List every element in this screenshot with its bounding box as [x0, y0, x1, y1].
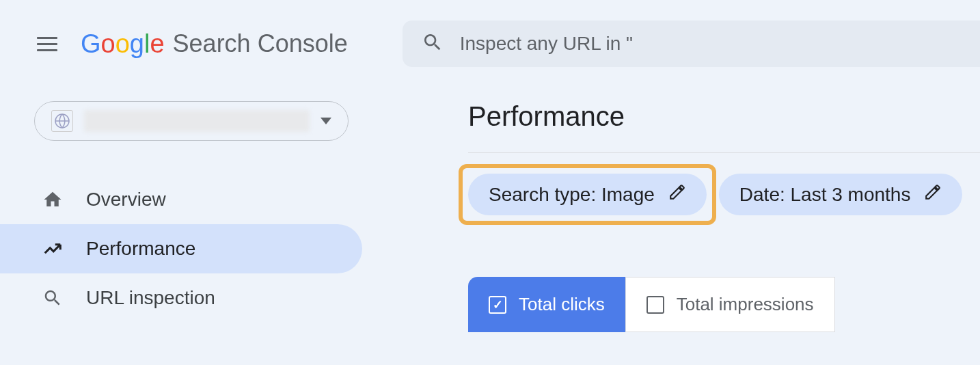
search-icon [42, 288, 63, 308]
checkbox-checked-icon: ✓ [489, 296, 506, 314]
sidebar: Overview Performance URL inspection [0, 87, 362, 332]
url-search-input[interactable] [460, 33, 961, 55]
sidebar-item-performance[interactable]: Performance [0, 224, 362, 273]
home-icon [42, 189, 63, 210]
property-name-redacted [84, 110, 310, 132]
sidebar-item-url-inspection[interactable]: URL inspection [0, 273, 362, 323]
metrics-row: ✓ Total clicks Total impressions [468, 277, 980, 332]
trend-icon [42, 239, 63, 259]
nav-label: Overview [86, 189, 166, 211]
sidebar-item-overview[interactable]: Overview [0, 175, 362, 224]
metric-label: Total clicks [519, 294, 605, 315]
filter-chip-search-type[interactable]: Search type: Image [468, 174, 707, 215]
checkbox-unchecked-icon [646, 296, 664, 314]
chip-label: Date: Last 3 months [739, 184, 911, 206]
metric-label: Total impressions [677, 294, 814, 315]
filter-chips-row: Search type: Image Date: Last 3 months [468, 153, 980, 236]
metric-total-impressions[interactable]: Total impressions [625, 277, 835, 332]
pencil-icon [668, 183, 686, 206]
menu-button[interactable] [34, 34, 60, 54]
chip-label: Search type: Image [489, 184, 655, 206]
product-name: Search Console [173, 29, 348, 58]
chevron-down-icon [321, 118, 331, 124]
app-header: Google Search Console [0, 0, 980, 87]
metric-total-clicks[interactable]: ✓ Total clicks [468, 277, 625, 332]
globe-icon [51, 110, 73, 132]
search-bar[interactable] [403, 21, 980, 67]
nav-label: URL inspection [86, 287, 215, 309]
property-selector[interactable] [34, 101, 349, 141]
page-title: Performance [468, 87, 980, 152]
filter-chip-date[interactable]: Date: Last 3 months [719, 174, 963, 215]
pencil-icon [924, 183, 942, 206]
nav-label: Performance [86, 238, 195, 260]
main-content: Performance Search type: Image Date: Las… [362, 87, 980, 332]
search-icon [422, 31, 444, 56]
app-logo: Google Search Console [81, 29, 348, 59]
